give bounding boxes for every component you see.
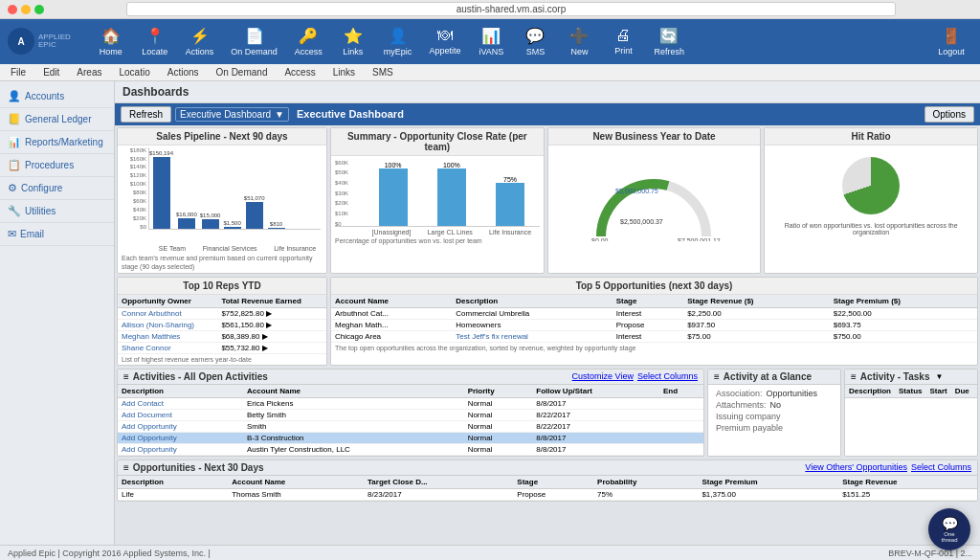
tasks-header-row: Description Status Start Due Owner [845,385,978,398]
sidebar-item-reports[interactable]: 📊 Reports/Marketing [0,131,114,154]
menu-actions[interactable]: Actions [165,66,202,78]
menu-sms[interactable]: SMS [369,66,396,78]
activities-body: Add Contact Erica Pickens Normal 8/8/201… [118,397,703,455]
table-row: Add Opportunity Austin Tyler Constructio… [118,443,703,455]
opp-3-desc-link[interactable]: Test Jeff's fix renewal [456,332,528,341]
toolbar-ivans[interactable]: 📊 iVANS [470,23,512,60]
sy-7: $0 [335,221,348,227]
glance-header: ≡ Activity at a Glance [708,370,840,385]
menu-locatio[interactable]: Locatio [116,66,152,78]
url-bar[interactable]: austin-shared.vm.asi.corp [126,2,896,16]
accounts-icon: 👤 [8,90,21,102]
logo-sub: EPIC [38,41,71,50]
options-button[interactable]: Options [924,106,974,123]
sy-3: $40K [335,180,348,186]
top-reps-title: Top 10 Reps YTD [118,278,326,295]
opp-2-premium: $693.75 [830,319,977,330]
menu-bar: File Edit Areas Locatio Actions On Deman… [0,64,980,81]
select-columns-link[interactable]: Select Columns [637,371,698,381]
toolbar-appetite[interactable]: 🍽 Appetite [421,23,468,59]
sidebar-item-email[interactable]: ✉ Email [0,223,114,246]
act-4-link[interactable]: Add Opportunity [122,434,177,442]
sidebar-item-configure[interactable]: ⚙ Configure [0,177,114,200]
summary-x-1: [Unassigned] [372,229,412,235]
toolbar-logout[interactable]: 🚪 Logout [930,23,972,60]
menu-ondemand[interactable]: On Demand [213,66,271,78]
y-label-2: $160K [122,156,146,162]
toolbar-print[interactable]: 🖨 Print [602,23,644,59]
toolbar-locate[interactable]: 📍 Locate [134,23,176,60]
rep-3-name: Meghan Matthies [118,330,217,342]
menu-access[interactable]: Access [281,66,318,78]
toolbar-ondemand[interactable]: 📄 On Demand [223,23,285,60]
glance-icon: ≡ [714,371,720,382]
hit-ratio-content: Ratio of won opportunities vs. lost oppo… [765,146,977,239]
y-label-4: $120K [122,172,146,178]
glance-premium-label: Premium payable [716,423,783,433]
menu-file[interactable]: File [8,66,29,78]
onethread-badge[interactable]: 💬 Onethread [928,508,970,550]
dashboard-dropdown[interactable]: Executive Dashboard ▼ [175,107,289,122]
menu-areas[interactable]: Areas [74,66,104,78]
sidebar-email-label: Email [20,229,44,239]
toolbar-access[interactable]: 🔑 Access [287,23,330,60]
toolbar-myepic[interactable]: 👤 myEpic [376,23,420,60]
act-3-link[interactable]: Add Opportunity [122,422,177,431]
rep-2-link[interactable]: Allison (Non-Sharing) [122,321,194,329]
menu-edit[interactable]: Edit [40,66,62,78]
act-1-link[interactable]: Add Contact [122,399,164,408]
rep-1-link[interactable]: Connor Arbuthnot [122,309,182,318]
maximize-button[interactable] [34,5,44,14]
y-label-5: $100K [122,181,146,187]
summary-y-axis: $60K $50K $40K $30K $20K $10K $0 [335,160,348,227]
toolbar-actions[interactable]: ⚡ Actions [178,23,222,60]
toolbar-links[interactable]: ⭐ Links [332,23,374,60]
sidebar-item-procedures[interactable]: 📋 Procedures [0,154,114,177]
tasks-widget: ≡ Activity - Tasks ▼ Description Status … [844,369,978,457]
act-2-link[interactable]: Add Document [122,411,172,419]
home-icon: 🏠 [101,27,121,45]
main-layout: 👤 Accounts 📒 General Ledger 📊 Reports/Ma… [0,81,980,546]
sidebar-item-accounts[interactable]: 👤 Accounts [0,85,114,108]
opps-30-icon: ≡ [123,462,129,473]
menu-links[interactable]: Links [330,66,358,78]
toolbar-sms[interactable]: 💬 SMS [514,23,556,60]
toolbar-refresh[interactable]: 🔄 Refresh [646,23,692,60]
act-3-account: Smith [243,420,464,432]
act-5-start: 8/8/2017 [532,443,659,455]
minimize-button[interactable] [21,5,31,14]
glance-association: Association: Opportunities [716,389,833,398]
activities-widget: ≡ Activities - All Open Activities Custo… [117,369,704,457]
close-button[interactable] [8,5,17,14]
refresh-button[interactable]: Refresh [121,106,171,123]
toolbar-home[interactable]: 🏠 Home [90,23,132,60]
act-5-link[interactable]: Add Opportunity [122,445,177,454]
opp30-1-close: 8/23/2017 [364,488,513,500]
sidebar-item-utilities[interactable]: 🔧 Utilities [0,200,114,223]
hit-ratio-note: Ratio of won opportunities vs. lost oppo… [768,222,973,235]
sidebar-item-general-ledger[interactable]: 📒 General Ledger [0,108,114,131]
svg-text:$5,000,000.75: $5,000,000.75 [615,188,658,194]
toolbar-new[interactable]: ➕ New [558,23,600,60]
customize-view-link[interactable]: Customize View [572,371,634,381]
view-others-link[interactable]: View Others' Opportunities [805,462,907,472]
rep-3-link[interactable]: Meghan Matthies [122,332,180,341]
table-row: Shane Connor $55,732.80 ▶ [118,342,326,353]
summary-x-labels: [Unassigned] Large CL Lines Life Insuran… [364,229,540,235]
top-opps-note: The top open opportunities across the or… [331,343,977,353]
toolbar-ivans-label: iVANS [479,47,503,56]
rep-4-link[interactable]: Shane Connor [122,344,171,352]
opp-1-desc: Commercial Umbrella [452,307,612,319]
bar-group-2: $16,000 [176,212,197,229]
opps-select-cols-link[interactable]: Select Columns [911,462,971,472]
act-5-priority: Normal [464,443,533,455]
glance-attachments: Attachments: No [716,400,833,410]
summary-note: Percentage of opportunities won vs. lost… [335,237,540,244]
glance-widget: ≡ Activity at a Glance Association: Oppo… [707,369,841,457]
ivans-icon: 📊 [481,27,501,45]
rep-3-revenue: $68,389.80 ▶ [217,330,326,342]
opp30-1-prob: 75% [593,488,698,500]
summary-x-3: Life Insurance [489,229,531,235]
table-row: Chicago Area Test Jeff's fix renewal Int… [331,330,977,342]
reports-icon: 📊 [8,136,21,148]
